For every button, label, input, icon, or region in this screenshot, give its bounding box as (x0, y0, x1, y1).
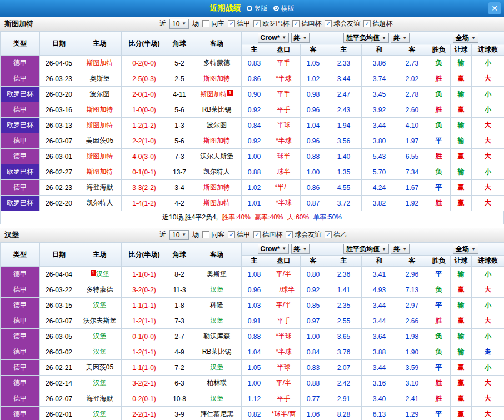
team-link[interactable]: 美因茨05 (86, 137, 113, 144)
layout-radio-horizontal-label: 横版 (281, 4, 295, 13)
avg-away-cell: 2.78 (397, 87, 427, 102)
team-link[interactable]: 汉堡 (93, 410, 107, 418)
team-link[interactable]: 斯图加特 (87, 106, 113, 113)
league-cell: 德甲 (1, 102, 40, 118)
team-link[interactable]: 拜仁慕尼黑 (200, 410, 233, 418)
scope-select[interactable]: 全场 (453, 244, 478, 254)
team-link[interactable]: 勒沃库森 (203, 332, 230, 340)
col-avg-draw: 和 (362, 44, 397, 56)
avg-select[interactable]: 胜平负均值 (343, 244, 389, 254)
team-link[interactable]: 汉堡 (96, 270, 109, 278)
league-cell: 德甲 (1, 360, 40, 376)
team-link[interactable]: RB莱比锡 (202, 106, 232, 113)
avg-home-cell: 2.91 (326, 391, 362, 407)
team-link[interactable]: 斯图加特 (203, 137, 230, 144)
team-link[interactable]: 汉堡 (210, 286, 223, 293)
team-link[interactable]: 科隆 (210, 301, 223, 309)
corner-cell: 5-2 (167, 56, 192, 71)
team-link[interactable]: 波尔图 (207, 121, 227, 129)
result-cell: 胜 (427, 313, 451, 329)
col-home: 主场 (78, 32, 122, 56)
team-link[interactable]: 汉堡 (93, 301, 107, 309)
team-link[interactable]: 汉堡 (93, 379, 107, 387)
handicap-cell: 平手 (267, 391, 301, 407)
team-link[interactable]: 奥斯堡 (207, 270, 227, 278)
odds-time-select[interactable]: 终 (291, 244, 310, 254)
date-cell: 26-03-13 (40, 118, 78, 133)
goals-result-cell: 小 (472, 102, 504, 118)
odds-time-select[interactable]: 终 (291, 33, 310, 43)
avg-away-cell: 2.41 (397, 391, 427, 407)
team-link[interactable]: 美因茨05 (86, 363, 113, 371)
recent-count-select[interactable]: 10 (169, 19, 189, 29)
team-link[interactable]: 斯图加特 (87, 121, 113, 129)
result-cell: 负 (427, 344, 451, 360)
league-checkbox[interactable]: ✓欧罗巴杯 (253, 19, 289, 28)
team-link[interactable]: 斯图加特 (87, 168, 113, 176)
team-link[interactable]: 奥斯堡 (90, 74, 110, 82)
team-link[interactable]: 斯图加特 (203, 183, 230, 191)
avg-time-select[interactable]: 终 (391, 244, 410, 254)
league-checkbox[interactable]: ✓球会友谊 (325, 19, 360, 28)
avg-select[interactable]: 胜平负均值 (343, 33, 389, 43)
close-button[interactable]: ✕ (488, 2, 501, 14)
team-link[interactable]: RB莱比锡 (202, 348, 232, 356)
odds-source-select[interactable]: Crow* (258, 244, 290, 254)
odds-source-select[interactable]: Crow* (258, 33, 290, 43)
league-cell: 欧罗巴杯 (1, 196, 40, 211)
same-home-label: 同主 (211, 19, 224, 28)
corner-cell: 10-8 (167, 391, 192, 407)
corner-cell: 4-11 (167, 87, 192, 102)
league-checkbox[interactable]: ✓德甲 (228, 230, 250, 239)
layout-radio-vertical[interactable]: 竖版 (247, 4, 268, 13)
league-checkbox[interactable]: ✓德国杯 (253, 230, 282, 239)
checkbox-unchecked-icon (202, 231, 209, 238)
team-link[interactable]: 沃尔夫斯堡 (83, 317, 117, 324)
team-link[interactable]: 斯图加特 (203, 74, 230, 82)
handicap-result-cell: 赢 (451, 196, 472, 211)
league-checkbox[interactable]: ✓球会友谊 (286, 230, 321, 239)
team-link[interactable]: 斯图加特 (203, 199, 230, 207)
avg-away-cell: 2.97 (397, 298, 427, 313)
recent-count-select[interactable]: 10 (169, 230, 189, 240)
radio-selected-icon (273, 6, 279, 11)
team-link[interactable]: 凯尔特人 (87, 199, 113, 207)
team-link[interactable]: 柏林联 (207, 379, 227, 387)
avg-time-select[interactable]: 终 (391, 33, 410, 43)
team-link[interactable]: 斯图加特 (200, 90, 227, 98)
avg-home-cell: 2.42 (326, 376, 362, 391)
team-link[interactable]: 汉堡 (93, 348, 107, 356)
team-link[interactable]: 汉堡 (210, 363, 223, 371)
league-checkbox[interactable]: ✓德超杯 (363, 19, 392, 28)
team-link[interactable]: 凯尔特人 (203, 168, 230, 176)
team-link[interactable]: 多特蒙德 (203, 59, 230, 67)
goals-result-cell: 大 (472, 196, 504, 211)
team-link[interactable]: 海登海默 (87, 394, 113, 402)
team-link[interactable]: 汉堡 (210, 317, 223, 324)
avg-away-cell: 2.60 (397, 102, 427, 118)
team-link[interactable]: 海登海默 (87, 183, 113, 191)
team-link[interactable]: 波尔图 (90, 90, 110, 98)
team-link[interactable]: 汉堡 (210, 394, 223, 402)
team-link[interactable]: 汉堡 (93, 332, 107, 340)
col-score: 比分(半场) (122, 32, 167, 56)
stats-summary: 近10场,胜4平2负4, 胜率:40% 赢率:40% 大:60% 单率:50% (0, 211, 504, 224)
date-cell: 26-03-01 (40, 149, 78, 164)
team-link[interactable]: 斯图加特 (87, 152, 113, 160)
team-link[interactable]: 斯图加特 (87, 59, 113, 67)
same-away-checkbox[interactable]: 同客 (202, 230, 224, 239)
league-checkbox[interactable]: ✓德国杯 (292, 19, 321, 28)
score-cell: 3-2(0-2) (122, 282, 167, 298)
match-row: 德甲26-04-041汉堡1-1(0-1)8-2奥斯堡1.08平/半0.802.… (1, 267, 504, 282)
team-link[interactable]: 多特蒙德 (87, 286, 113, 293)
league-checkbox[interactable]: ✓德乙 (325, 230, 347, 239)
same-home-checkbox[interactable]: 同主 (202, 19, 224, 28)
handicap-result-cell: 输 (451, 164, 472, 180)
layout-radio-horizontal[interactable]: 横版 (273, 4, 295, 13)
avg-away-cell: 1.90 (397, 344, 427, 360)
team-link[interactable]: 沃尔夫斯堡 (200, 152, 233, 160)
scope-select[interactable]: 全场 (453, 33, 478, 43)
col-corner: 角球 (167, 32, 192, 56)
home-cell: 汉堡 (78, 344, 122, 360)
league-checkbox[interactable]: ✓德甲 (228, 19, 250, 28)
